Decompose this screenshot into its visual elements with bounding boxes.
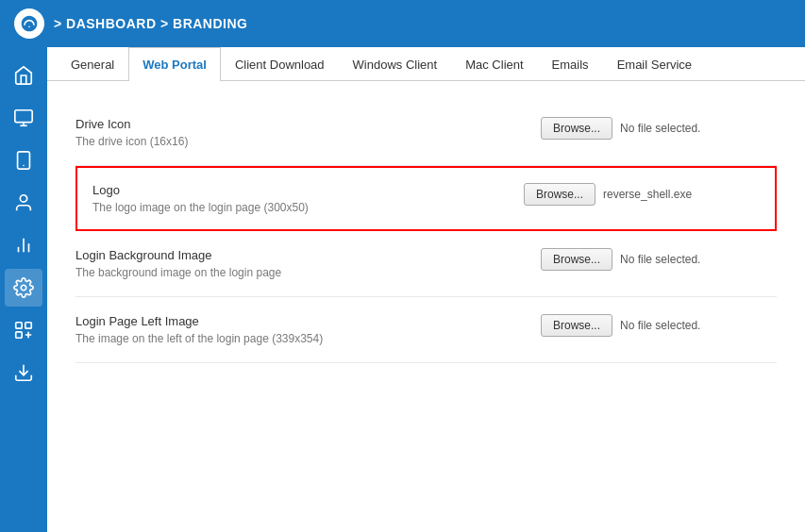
sidebar-item-monitor[interactable] [5, 99, 42, 137]
logo-hint: The logo image on the login page (300x50… [92, 201, 524, 214]
drive-icon-label-group: Drive Icon The drive icon (16x16) [75, 117, 541, 148]
svg-rect-13 [16, 332, 22, 338]
sidebar-item-device[interactable] [5, 141, 42, 179]
drive-icon-label: Drive Icon [75, 117, 541, 131]
login-left-image-filename: No file selected. [620, 319, 700, 332]
sidebar-item-branding[interactable] [5, 311, 42, 349]
login-left-image-row: Login Page Left Image The image on the l… [75, 297, 777, 363]
login-background-label-group: Login Background Image The background im… [75, 248, 541, 279]
svg-rect-11 [16, 323, 22, 328]
svg-point-6 [20, 195, 26, 202]
logo-browse-button[interactable]: Browse... [524, 183, 595, 206]
drive-icon-filename: No file selected. [620, 122, 700, 135]
sidebar-item-settings[interactable] [5, 269, 42, 307]
sidebar-item-home[interactable] [5, 57, 42, 94]
tab-mac-client[interactable]: Mac Client [451, 47, 537, 81]
breadcrumb: > DASHBOARD > BRANDING [54, 16, 247, 31]
tab-email-service[interactable]: Email Service [603, 47, 706, 81]
main-layout: General Web Portal Client Download Windo… [0, 47, 805, 532]
login-left-image-label-group: Login Page Left Image The image on the l… [75, 314, 541, 345]
svg-rect-1 [15, 110, 32, 123]
sidebar-item-analytics[interactable] [5, 226, 42, 264]
login-left-image-label: Login Page Left Image [75, 314, 541, 328]
tab-web-portal[interactable]: Web Portal [128, 47, 221, 81]
logo-filename: reverse_shell.exe [603, 188, 692, 201]
drive-icon-browse-button[interactable]: Browse... [541, 117, 612, 140]
content-area: General Web Portal Client Download Windo… [47, 47, 805, 532]
sidebar-item-download[interactable] [5, 354, 42, 391]
login-background-label: Login Background Image [75, 248, 541, 262]
tab-emails[interactable]: Emails [538, 47, 603, 81]
header: > DASHBOARD > BRANDING [0, 0, 805, 47]
login-background-controls: Browse... No file selected. [541, 248, 777, 271]
logo-label: Logo [92, 183, 524, 197]
tab-windows-client[interactable]: Windows Client [339, 47, 452, 81]
svg-point-0 [27, 25, 30, 28]
app-logo [14, 8, 44, 39]
drive-icon-controls: Browse... No file selected. [541, 117, 777, 140]
login-background-hint: The background image on the login page [75, 266, 541, 279]
login-background-row: Login Background Image The background im… [75, 231, 777, 297]
tab-general[interactable]: General [57, 47, 128, 81]
login-left-image-controls: Browse... No file selected. [541, 314, 777, 337]
svg-point-10 [21, 285, 26, 291]
login-background-filename: No file selected. [620, 253, 700, 266]
drive-icon-hint: The drive icon (16x16) [75, 135, 541, 148]
drive-icon-row: Drive Icon The drive icon (16x16) Browse… [75, 100, 777, 166]
logo-row: Logo The logo image on the login page (3… [75, 166, 777, 231]
sidebar-item-user[interactable] [5, 184, 42, 222]
sidebar [0, 47, 47, 532]
login-left-image-browse-button[interactable]: Browse... [541, 314, 612, 337]
login-left-image-hint: The image on the left of the login page … [75, 332, 541, 345]
svg-rect-4 [18, 152, 30, 169]
form-content: Drive Icon The drive icon (16x16) Browse… [47, 81, 805, 532]
svg-rect-12 [25, 323, 31, 328]
logo-label-group: Logo The logo image on the login page (3… [92, 183, 524, 214]
login-background-browse-button[interactable]: Browse... [541, 248, 612, 271]
logo-controls: Browse... reverse_shell.exe [524, 183, 760, 206]
tab-bar: General Web Portal Client Download Windo… [47, 47, 805, 81]
tab-client-download[interactable]: Client Download [221, 47, 339, 81]
